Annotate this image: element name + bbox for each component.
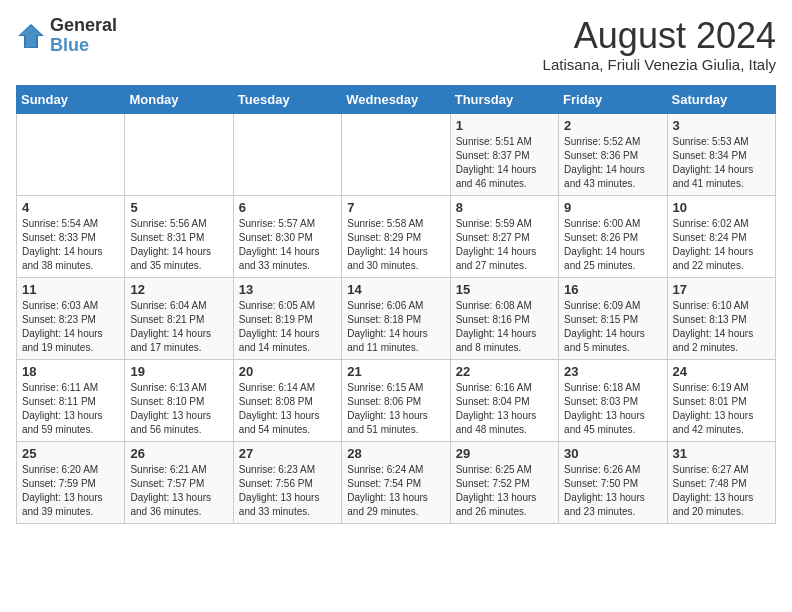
calendar-cell: 22Sunrise: 6:16 AM Sunset: 8:04 PM Dayli… bbox=[450, 359, 558, 441]
day-info: Sunrise: 6:26 AM Sunset: 7:50 PM Dayligh… bbox=[564, 463, 661, 519]
title-block: August 2024 Latisana, Friuli Venezia Giu… bbox=[543, 16, 776, 73]
day-info: Sunrise: 5:59 AM Sunset: 8:27 PM Dayligh… bbox=[456, 217, 553, 273]
day-number: 18 bbox=[22, 364, 119, 379]
calendar-cell: 1Sunrise: 5:51 AM Sunset: 8:37 PM Daylig… bbox=[450, 113, 558, 195]
day-number: 5 bbox=[130, 200, 227, 215]
calendar-cell: 21Sunrise: 6:15 AM Sunset: 8:06 PM Dayli… bbox=[342, 359, 450, 441]
calendar-cell: 20Sunrise: 6:14 AM Sunset: 8:08 PM Dayli… bbox=[233, 359, 341, 441]
day-number: 16 bbox=[564, 282, 661, 297]
day-info: Sunrise: 6:00 AM Sunset: 8:26 PM Dayligh… bbox=[564, 217, 661, 273]
calendar-cell: 6Sunrise: 5:57 AM Sunset: 8:30 PM Daylig… bbox=[233, 195, 341, 277]
day-info: Sunrise: 6:15 AM Sunset: 8:06 PM Dayligh… bbox=[347, 381, 444, 437]
day-number: 8 bbox=[456, 200, 553, 215]
day-info: Sunrise: 5:54 AM Sunset: 8:33 PM Dayligh… bbox=[22, 217, 119, 273]
day-info: Sunrise: 6:09 AM Sunset: 8:15 PM Dayligh… bbox=[564, 299, 661, 355]
calendar-cell: 8Sunrise: 5:59 AM Sunset: 8:27 PM Daylig… bbox=[450, 195, 558, 277]
calendar-week-row: 25Sunrise: 6:20 AM Sunset: 7:59 PM Dayli… bbox=[17, 441, 776, 523]
location-subtitle: Latisana, Friuli Venezia Giulia, Italy bbox=[543, 56, 776, 73]
calendar-col-sunday: Sunday bbox=[17, 85, 125, 113]
day-number: 30 bbox=[564, 446, 661, 461]
day-info: Sunrise: 6:11 AM Sunset: 8:11 PM Dayligh… bbox=[22, 381, 119, 437]
month-year-title: August 2024 bbox=[543, 16, 776, 56]
calendar-cell: 30Sunrise: 6:26 AM Sunset: 7:50 PM Dayli… bbox=[559, 441, 667, 523]
day-info: Sunrise: 6:18 AM Sunset: 8:03 PM Dayligh… bbox=[564, 381, 661, 437]
day-info: Sunrise: 5:53 AM Sunset: 8:34 PM Dayligh… bbox=[673, 135, 770, 191]
day-number: 17 bbox=[673, 282, 770, 297]
day-info: Sunrise: 5:56 AM Sunset: 8:31 PM Dayligh… bbox=[130, 217, 227, 273]
calendar-header-row: SundayMondayTuesdayWednesdayThursdayFrid… bbox=[17, 85, 776, 113]
day-number: 13 bbox=[239, 282, 336, 297]
calendar-table: SundayMondayTuesdayWednesdayThursdayFrid… bbox=[16, 85, 776, 524]
calendar-cell: 26Sunrise: 6:21 AM Sunset: 7:57 PM Dayli… bbox=[125, 441, 233, 523]
day-info: Sunrise: 6:10 AM Sunset: 8:13 PM Dayligh… bbox=[673, 299, 770, 355]
calendar-cell: 19Sunrise: 6:13 AM Sunset: 8:10 PM Dayli… bbox=[125, 359, 233, 441]
day-info: Sunrise: 6:19 AM Sunset: 8:01 PM Dayligh… bbox=[673, 381, 770, 437]
day-info: Sunrise: 5:58 AM Sunset: 8:29 PM Dayligh… bbox=[347, 217, 444, 273]
calendar-cell: 23Sunrise: 6:18 AM Sunset: 8:03 PM Dayli… bbox=[559, 359, 667, 441]
day-info: Sunrise: 6:13 AM Sunset: 8:10 PM Dayligh… bbox=[130, 381, 227, 437]
day-info: Sunrise: 6:02 AM Sunset: 8:24 PM Dayligh… bbox=[673, 217, 770, 273]
calendar-cell: 15Sunrise: 6:08 AM Sunset: 8:16 PM Dayli… bbox=[450, 277, 558, 359]
day-number: 23 bbox=[564, 364, 661, 379]
day-info: Sunrise: 6:27 AM Sunset: 7:48 PM Dayligh… bbox=[673, 463, 770, 519]
day-info: Sunrise: 6:20 AM Sunset: 7:59 PM Dayligh… bbox=[22, 463, 119, 519]
day-number: 12 bbox=[130, 282, 227, 297]
calendar-cell: 4Sunrise: 5:54 AM Sunset: 8:33 PM Daylig… bbox=[17, 195, 125, 277]
logo-icon bbox=[16, 22, 46, 50]
calendar-col-saturday: Saturday bbox=[667, 85, 775, 113]
calendar-cell: 10Sunrise: 6:02 AM Sunset: 8:24 PM Dayli… bbox=[667, 195, 775, 277]
calendar-week-row: 11Sunrise: 6:03 AM Sunset: 8:23 PM Dayli… bbox=[17, 277, 776, 359]
page-header: General Blue August 2024 Latisana, Friul… bbox=[16, 16, 776, 73]
logo-general: General bbox=[50, 15, 117, 35]
calendar-week-row: 4Sunrise: 5:54 AM Sunset: 8:33 PM Daylig… bbox=[17, 195, 776, 277]
calendar-cell: 11Sunrise: 6:03 AM Sunset: 8:23 PM Dayli… bbox=[17, 277, 125, 359]
day-number: 9 bbox=[564, 200, 661, 215]
calendar-week-row: 18Sunrise: 6:11 AM Sunset: 8:11 PM Dayli… bbox=[17, 359, 776, 441]
calendar-cell: 9Sunrise: 6:00 AM Sunset: 8:26 PM Daylig… bbox=[559, 195, 667, 277]
day-number: 3 bbox=[673, 118, 770, 133]
calendar-cell: 28Sunrise: 6:24 AM Sunset: 7:54 PM Dayli… bbox=[342, 441, 450, 523]
day-number: 22 bbox=[456, 364, 553, 379]
day-number: 7 bbox=[347, 200, 444, 215]
calendar-cell: 31Sunrise: 6:27 AM Sunset: 7:48 PM Dayli… bbox=[667, 441, 775, 523]
calendar-cell: 17Sunrise: 6:10 AM Sunset: 8:13 PM Dayli… bbox=[667, 277, 775, 359]
day-number: 14 bbox=[347, 282, 444, 297]
calendar-cell bbox=[17, 113, 125, 195]
day-number: 2 bbox=[564, 118, 661, 133]
calendar-week-row: 1Sunrise: 5:51 AM Sunset: 8:37 PM Daylig… bbox=[17, 113, 776, 195]
day-number: 25 bbox=[22, 446, 119, 461]
day-info: Sunrise: 6:06 AM Sunset: 8:18 PM Dayligh… bbox=[347, 299, 444, 355]
calendar-cell: 12Sunrise: 6:04 AM Sunset: 8:21 PM Dayli… bbox=[125, 277, 233, 359]
day-number: 1 bbox=[456, 118, 553, 133]
calendar-cell: 2Sunrise: 5:52 AM Sunset: 8:36 PM Daylig… bbox=[559, 113, 667, 195]
day-info: Sunrise: 6:08 AM Sunset: 8:16 PM Dayligh… bbox=[456, 299, 553, 355]
day-number: 19 bbox=[130, 364, 227, 379]
calendar-cell: 29Sunrise: 6:25 AM Sunset: 7:52 PM Dayli… bbox=[450, 441, 558, 523]
calendar-col-thursday: Thursday bbox=[450, 85, 558, 113]
calendar-cell bbox=[233, 113, 341, 195]
day-info: Sunrise: 6:05 AM Sunset: 8:19 PM Dayligh… bbox=[239, 299, 336, 355]
day-number: 15 bbox=[456, 282, 553, 297]
day-number: 11 bbox=[22, 282, 119, 297]
logo-text: General Blue bbox=[50, 16, 117, 56]
day-number: 27 bbox=[239, 446, 336, 461]
day-info: Sunrise: 5:52 AM Sunset: 8:36 PM Dayligh… bbox=[564, 135, 661, 191]
calendar-cell bbox=[342, 113, 450, 195]
day-number: 10 bbox=[673, 200, 770, 215]
calendar-cell: 13Sunrise: 6:05 AM Sunset: 8:19 PM Dayli… bbox=[233, 277, 341, 359]
day-info: Sunrise: 5:51 AM Sunset: 8:37 PM Dayligh… bbox=[456, 135, 553, 191]
day-info: Sunrise: 6:25 AM Sunset: 7:52 PM Dayligh… bbox=[456, 463, 553, 519]
calendar-cell: 24Sunrise: 6:19 AM Sunset: 8:01 PM Dayli… bbox=[667, 359, 775, 441]
calendar-cell: 14Sunrise: 6:06 AM Sunset: 8:18 PM Dayli… bbox=[342, 277, 450, 359]
calendar-cell bbox=[125, 113, 233, 195]
day-info: Sunrise: 6:16 AM Sunset: 8:04 PM Dayligh… bbox=[456, 381, 553, 437]
day-number: 28 bbox=[347, 446, 444, 461]
calendar-col-monday: Monday bbox=[125, 85, 233, 113]
day-info: Sunrise: 5:57 AM Sunset: 8:30 PM Dayligh… bbox=[239, 217, 336, 273]
day-info: Sunrise: 6:03 AM Sunset: 8:23 PM Dayligh… bbox=[22, 299, 119, 355]
day-number: 21 bbox=[347, 364, 444, 379]
day-number: 20 bbox=[239, 364, 336, 379]
day-number: 6 bbox=[239, 200, 336, 215]
calendar-cell: 18Sunrise: 6:11 AM Sunset: 8:11 PM Dayli… bbox=[17, 359, 125, 441]
svg-marker-1 bbox=[20, 26, 42, 47]
